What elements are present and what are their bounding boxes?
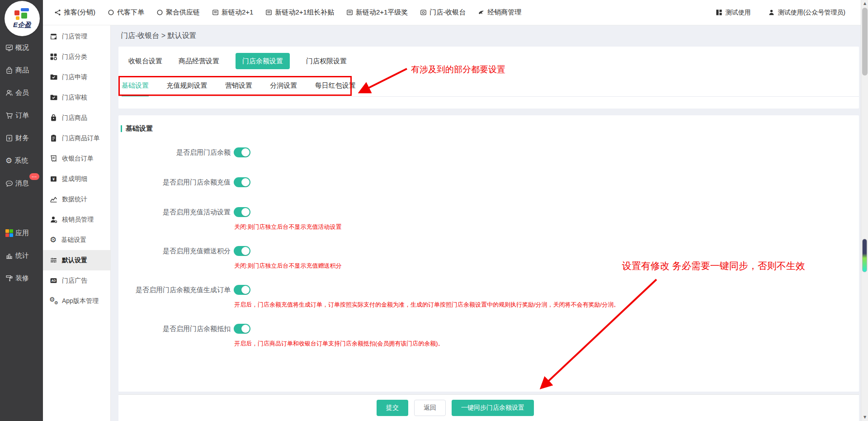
topbar: 推客(分销) 代客下单 聚合供应链 新链动2+1 新链动2+1组长补贴 新链动2… — [43, 0, 861, 25]
secondary-sidebar: 门店管理 门店分类 门店申请 门店审核 门店商品 门店商品订单 收银台订单 ¥ — [43, 25, 111, 421]
folder-check-icon — [50, 94, 57, 101]
nav-item-chain-2plus1[interactable]: 新链动2+1 — [212, 8, 253, 17]
sidebar-item-message[interactable]: 消息 ... — [0, 172, 43, 194]
logo-blocks-icon — [14, 8, 30, 20]
tab-cashier-settings[interactable]: 收银台设置 — [128, 57, 162, 66]
field-label: 是否启用门店余额充值 — [118, 178, 232, 187]
stats-bars-icon — [5, 252, 13, 260]
circle-icon — [108, 9, 114, 16]
sidebar-item-verifier-management[interactable]: 核销员管理 — [43, 209, 110, 230]
sidebar-item-store-goods-orders[interactable]: 门店商品订单 — [43, 128, 110, 148]
nav-item-proxy-order[interactable]: 代客下单 — [108, 8, 144, 17]
scrollbar-down-arrow[interactable]: ▼ — [861, 414, 868, 421]
form-row: 是否启用充值活动设置 关闭:则门店独立后台不显示充值活动设置 — [118, 207, 859, 231]
page-scrollbar[interactable]: ▲ ▼ — [861, 0, 868, 421]
toggle-enable-recharge-points[interactable] — [234, 246, 250, 256]
sidebar-item-default-settings[interactable]: 默认设置 — [43, 250, 110, 270]
sidebar-item-cashier-orders[interactable]: 收银台订单 — [43, 148, 110, 169]
subtab-marketing[interactable]: 营销设置 — [225, 77, 252, 95]
field-note: 关闭:则门店独立后台不显示充值活动设置 — [234, 223, 859, 231]
nav-item-chain-2plus1-leader[interactable]: 新链动2+1组长补贴 — [265, 8, 334, 17]
subtab-daily-redpacket[interactable]: 每日红包设置 — [315, 77, 356, 95]
primary-menu: 概况 商品 会员 订单 ¥ 财务 ⚙ 系统 — [0, 36, 43, 289]
overview-icon — [5, 44, 13, 52]
field-label: 是否启用门店余额抵扣 — [118, 325, 232, 333]
form-row: 是否启用门店余额充值生成订单 开启后，门店余额充值将生成订单，订单按照实际支付的… — [118, 285, 859, 308]
sliders-icon — [50, 256, 57, 264]
submit-button[interactable]: 提交 — [377, 400, 408, 416]
person-gear-icon — [50, 216, 57, 223]
dealer-icon — [478, 9, 485, 16]
tab-store-permission-settings[interactable]: 门店权限设置 — [306, 57, 347, 66]
toggle-enable-balance-deduction[interactable] — [234, 324, 250, 334]
bag-icon — [50, 114, 57, 122]
share-icon — [54, 9, 61, 16]
sidebar-item-store-goods[interactable]: 门店商品 — [43, 108, 110, 128]
nav-item-chain-2plus1-peer[interactable]: 新链动2+1平级奖 — [346, 8, 408, 17]
sidebar-item-finance[interactable]: ¥ 财务 — [0, 127, 43, 149]
field-note: 开启后，门店商品订单和收银台订单支持门店余额抵扣(会员拥有该门店的余额)。 — [234, 340, 859, 347]
nav-item-store-cashier[interactable]: 门店-收银台 — [420, 8, 466, 17]
sidebar-item-goods[interactable]: 商品 — [0, 59, 43, 81]
form-footer: 提交 返回 一键同步门店余额设置 — [118, 394, 859, 421]
receipt-icon — [50, 155, 57, 162]
app-logo[interactable]: E企盈 — [5, 1, 40, 36]
nav-item-promoter[interactable]: 推客(分销) — [54, 8, 95, 17]
order-cart-icon — [5, 112, 13, 119]
sidebar-item-commission-detail[interactable]: ¥ 提成明细 — [43, 169, 110, 189]
back-button[interactable]: 返回 — [414, 400, 446, 416]
breadcrumb: 门店-收银台 > 默认设置 — [111, 25, 861, 47]
field-label: 是否启用门店余额 — [118, 148, 232, 157]
gear-icon: ⚙ — [50, 236, 57, 244]
sidebar-item-stats[interactable]: 统计 — [0, 244, 43, 267]
field-label: 是否启用门店余额充值生成订单 — [118, 286, 232, 294]
svg-text:¥: ¥ — [52, 177, 55, 181]
member-icon — [5, 89, 13, 97]
sidebar-item-design[interactable]: 装修 — [0, 267, 43, 289]
sidebar-item-apps[interactable]: 应用 — [0, 222, 43, 244]
sidebar-item-basic-settings[interactable]: ⚙ 基础设置 — [43, 230, 110, 250]
subtab-basic-settings[interactable]: 基础设置 — [122, 77, 149, 96]
toggle-enable-recharge-order[interactable] — [234, 285, 250, 295]
sub-tabs: 基础设置 充值规则设置 营销设置 分润设置 每日红包设置 — [118, 77, 859, 97]
goods-icon — [5, 66, 13, 74]
field-label: 是否启用充值赠送积分 — [118, 247, 232, 255]
finance-icon: ¥ — [5, 134, 13, 142]
message-badge: ... — [29, 173, 39, 180]
subtab-recharge-rules[interactable]: 充值规则设置 — [166, 77, 207, 95]
double-gear-icon: ⚙⚙ — [50, 297, 57, 305]
toggle-enable-balance-recharge[interactable] — [234, 177, 250, 187]
sidebar-item-data-stats[interactable]: 数据统计 — [43, 189, 110, 209]
sidebar-item-system[interactable]: ⚙ 系统 — [0, 149, 43, 172]
app-root: E企盈 概况 商品 会员 订单 ¥ 财务 — [0, 0, 868, 421]
section-accent-bar — [121, 125, 122, 132]
section-header: 基础设置 — [118, 124, 859, 132]
apps-icon — [5, 229, 13, 237]
sidebar-item-order[interactable]: 订单 — [0, 104, 43, 127]
sidebar-item-store-category[interactable]: 门店分类 — [43, 47, 110, 67]
sidebar-item-store-review[interactable]: 门店审核 — [43, 87, 110, 108]
sidebar-item-overview[interactable]: 概况 — [0, 36, 43, 59]
scrollbar-thumb[interactable] — [862, 8, 868, 76]
toggle-enable-store-balance[interactable] — [234, 147, 250, 157]
sidebar-spacer — [0, 194, 43, 222]
scrollbar-up-arrow[interactable]: ▲ — [861, 0, 868, 7]
sync-store-balance-button[interactable]: 一键同步门店余额设置 — [452, 400, 534, 416]
tab-goods-operation-settings[interactable]: 商品经营设置 — [179, 57, 219, 66]
test-env-button[interactable]: 测试使用 — [716, 9, 751, 17]
commission-yen-icon: ¥ — [50, 175, 57, 183]
sidebar-item-app-version[interactable]: ⚙⚙ App版本管理 — [43, 291, 110, 311]
form-icon — [212, 9, 219, 16]
topbar-account-area: 测试使用 测试使用(公众号管理员) — [716, 9, 845, 17]
nav-item-dealer-management[interactable]: 经销商管理 — [478, 8, 521, 17]
subtab-profit-sharing[interactable]: 分润设置 — [270, 77, 297, 95]
section-title: 基础设置 — [126, 124, 153, 133]
tab-store-balance-settings[interactable]: 门店余额设置 — [236, 53, 290, 69]
toggle-enable-recharge-activity[interactable] — [234, 207, 250, 217]
nav-item-supply-chain[interactable]: 聚合供应链 — [156, 8, 200, 17]
sidebar-item-store-ads[interactable]: AD 门店广告 — [43, 270, 110, 291]
sidebar-item-store-apply[interactable]: 门店申请 — [43, 67, 110, 87]
account-menu[interactable]: 测试使用(公众号管理员) — [768, 9, 845, 17]
sidebar-item-member[interactable]: 会员 — [0, 81, 43, 104]
sidebar-item-store-management[interactable]: 门店管理 — [43, 26, 110, 47]
